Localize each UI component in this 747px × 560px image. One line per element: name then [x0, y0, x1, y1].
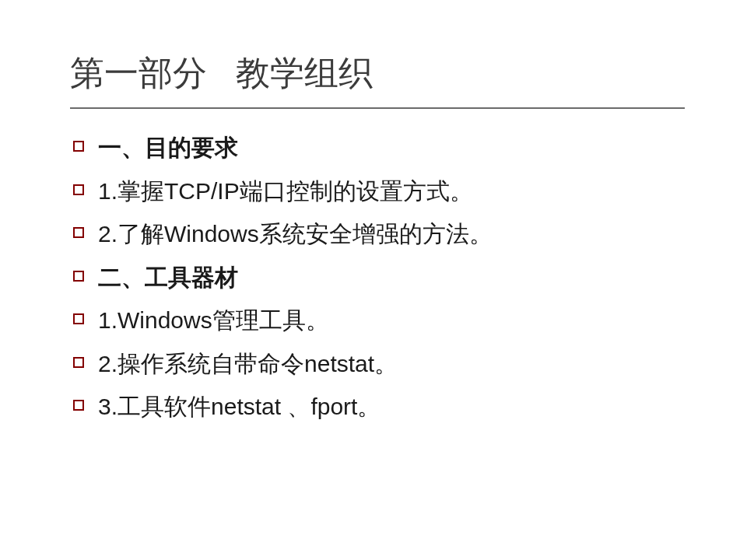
list-item: 3.工具软件netstat 、fport。 [73, 390, 685, 424]
square-bullet-icon [73, 357, 84, 368]
slide-heading: 第一部分 教学组织 [70, 51, 685, 96]
square-bullet-icon [73, 227, 84, 238]
square-bullet-icon [73, 400, 84, 411]
list-item-text: 一、目的要求 [98, 131, 238, 165]
list-item-text: 2.操作系统自带命令netstat。 [98, 347, 398, 381]
list-item: 2.了解Windows系统安全增强的方法。 [73, 217, 685, 251]
list-item-text: 1.掌握TCP/IP端口控制的设置方式。 [98, 174, 473, 208]
heading-underline [70, 107, 685, 109]
list-item: 1.掌握TCP/IP端口控制的设置方式。 [73, 174, 685, 208]
content-list: 一、目的要求 1.掌握TCP/IP端口控制的设置方式。 2.了解Windows系… [70, 131, 685, 424]
list-item: 2.操作系统自带命令netstat。 [73, 347, 685, 381]
square-bullet-icon [73, 271, 84, 282]
list-item: 一、目的要求 [73, 131, 685, 165]
list-item-text: 3.工具软件netstat 、fport。 [98, 390, 381, 424]
list-item-text: 2.了解Windows系统安全增强的方法。 [98, 217, 493, 251]
list-item-text: 二、工具器材 [98, 261, 238, 295]
square-bullet-icon [73, 184, 84, 195]
list-item-text: 1.Windows管理工具。 [98, 303, 329, 338]
square-bullet-icon [73, 141, 84, 152]
list-item: 二、工具器材 [73, 261, 685, 295]
list-item: 1.Windows管理工具。 [73, 303, 685, 338]
square-bullet-icon [73, 313, 84, 324]
